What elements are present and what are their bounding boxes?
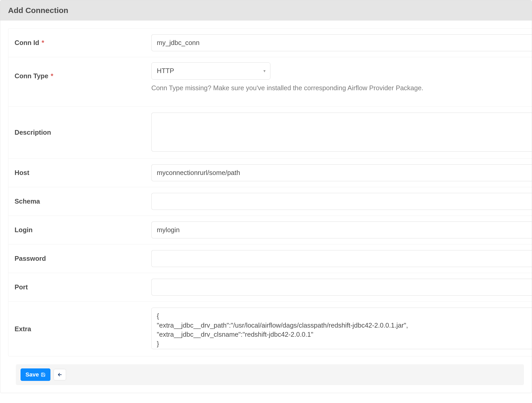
row-extra: Extra — [8, 302, 532, 356]
schema-input[interactable] — [151, 193, 532, 210]
extra-input[interactable] — [151, 308, 532, 349]
label-login: Login — [8, 221, 151, 239]
label-conn-id-text: Conn Id — [15, 39, 39, 46]
label-conn-type: Conn Type * — [8, 57, 151, 85]
label-description: Description — [8, 124, 151, 141]
row-login: Login — [8, 216, 532, 244]
panel-title: Add Connection — [0, 0, 532, 21]
save-button-label: Save — [25, 372, 39, 378]
conn-id-input[interactable] — [151, 34, 532, 51]
login-input[interactable] — [151, 222, 532, 239]
label-password: Password — [8, 250, 151, 268]
conn-type-help: Conn Type missing? Make sure you've inst… — [151, 84, 532, 92]
label-schema: Schema — [8, 192, 151, 210]
row-conn-id: Conn Id * — [8, 29, 532, 57]
required-asterisk: * — [42, 39, 44, 46]
row-conn-type: Conn Type * ▼ Conn Type missing? Make su… — [8, 57, 532, 107]
row-host: Host — [8, 159, 532, 187]
host-input[interactable] — [151, 164, 532, 181]
row-schema: Schema — [8, 187, 532, 216]
footer-bar: Save — [16, 364, 524, 385]
description-input[interactable] — [151, 113, 532, 152]
label-host: Host — [8, 164, 151, 182]
save-icon — [41, 372, 46, 377]
label-port: Port — [8, 278, 151, 296]
label-conn-type-text: Conn Type — [15, 72, 48, 80]
add-connection-panel: Add Connection Conn Id * Conn Type — [0, 0, 532, 393]
port-input[interactable] — [151, 279, 532, 296]
row-description: Description — [8, 107, 532, 159]
conn-type-select-wrap: ▼ — [151, 62, 270, 80]
form-body: Conn Id * Conn Type * — [0, 21, 532, 393]
save-button[interactable]: Save — [21, 368, 50, 381]
label-extra: Extra — [8, 320, 151, 338]
back-button[interactable] — [54, 369, 66, 380]
row-password: Password — [8, 244, 532, 273]
row-port: Port — [8, 273, 532, 302]
form-table: Conn Id * Conn Type * — [8, 28, 532, 356]
label-conn-id: Conn Id * — [8, 34, 151, 52]
conn-type-select[interactable] — [151, 62, 270, 80]
arrow-left-icon — [57, 372, 62, 377]
required-asterisk: * — [51, 72, 53, 80]
password-input[interactable] — [151, 250, 532, 267]
